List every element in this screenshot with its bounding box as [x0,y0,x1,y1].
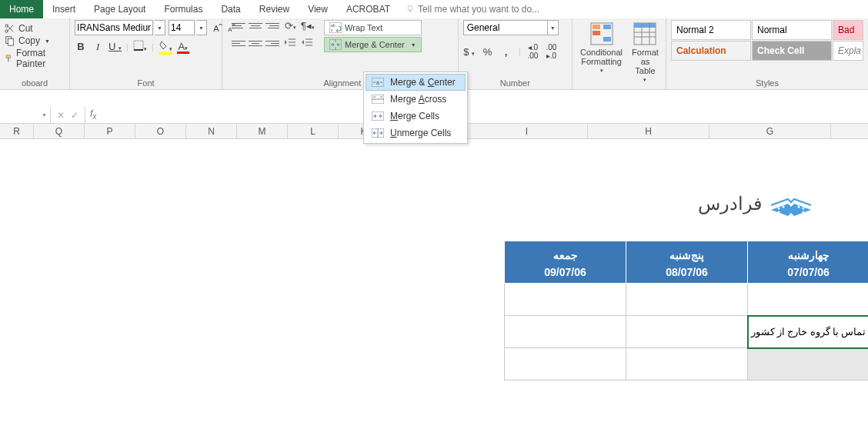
tab-data[interactable]: Data [212,0,249,18]
number-format-dd[interactable]: ▼ [548,20,559,35]
svg-point-0 [408,6,412,11]
svg-rect-26 [603,37,611,42]
style-bad[interactable]: Bad [833,20,863,40]
fill-color-button[interactable]: ▾ [159,40,172,53]
table-cell[interactable] [505,316,626,348]
cut-button[interactable]: Cut [5,23,65,34]
col-header-N[interactable]: N [186,124,237,138]
align-left-button[interactable] [232,38,245,49]
align-bottom-button[interactable] [265,21,279,32]
tab-acrobat[interactable]: ACROBAT [337,0,399,18]
copy-button[interactable]: Copy▼ [5,35,65,46]
merge-center-item[interactable]: a Merge & Center [366,74,466,91]
svg-rect-7 [8,58,8,61]
svg-rect-6 [6,55,11,58]
svg-rect-24 [593,31,600,35]
tell-me-search[interactable]: Tell me what you want to do... [406,4,539,15]
indent-dec-button[interactable] [284,38,296,49]
percent-button[interactable]: % [482,46,494,58]
tab-view[interactable]: View [299,0,337,18]
col-header-I[interactable]: I [466,124,588,138]
align-center-button[interactable] [249,38,262,49]
align-middle-button[interactable] [249,21,262,32]
col-header-M[interactable]: M [237,124,288,138]
font-color-button[interactable]: A▾ [177,41,189,52]
col-header-Q[interactable]: Q [34,124,85,138]
font-name-dd[interactable]: ▼ [155,20,165,35]
painter-label: Format Painter [16,48,65,69]
fx-icon[interactable]: fx [85,108,101,121]
formatting-group-label [577,88,661,89]
styles-gallery[interactable]: Normal 2 Normal Bad Calculation Check Ce… [671,20,863,61]
selected-cell[interactable]: تماس با گروه خارج از کشور [748,316,869,348]
currency-button[interactable]: $ ▾ [463,46,476,58]
italic-button[interactable]: I [92,41,104,53]
comma-button[interactable]: , [500,46,512,58]
bold-button[interactable]: B [75,41,87,52]
logo-text: فرادرس [698,193,762,214]
brush-icon [5,53,13,64]
table-cell[interactable] [626,284,748,316]
logo: فرادرس [698,188,814,219]
tab-formulas[interactable]: Formulas [155,0,212,18]
col-header-H[interactable]: H [588,124,709,138]
font-size-select[interactable] [169,20,195,35]
unmerge-text: Unmerge Cells [390,128,451,138]
cancel-icon[interactable]: ✕ [57,110,65,121]
font-size-dd[interactable]: ▼ [196,20,207,35]
underline-button[interactable]: U ▾ [108,41,122,52]
header-wed: چهارشنبه07/07/06 [748,241,869,284]
wrap-icon: abc [329,22,342,33]
col-header-R[interactable]: R [0,124,34,138]
table-cell[interactable] [748,348,869,380]
merge-center-button[interactable]: Merge & Center ▼ [324,37,422,52]
inc-decimal-button[interactable]: ◂.0.00 [526,43,539,60]
col-header-L[interactable]: L [288,124,339,138]
align-right-button[interactable] [265,38,279,49]
col-header-G[interactable]: G [709,124,831,138]
format-painter-button[interactable]: Format Painter [5,48,65,69]
table-icon [633,22,657,46]
orientation-button[interactable]: ⟳▾ [284,20,296,32]
col-header-P[interactable]: P [85,124,135,138]
style-normal[interactable]: Normal [752,20,832,40]
rtl-button[interactable]: ¶◂▾ [301,20,315,32]
table-cell[interactable] [748,284,869,316]
format-as-table-button[interactable]: Format as Table▾ [629,20,662,85]
wrap-label: Wrap Text [345,23,382,32]
tab-insert[interactable]: Insert [43,0,85,18]
table-cell[interactable] [626,316,748,348]
indent-inc-button[interactable] [301,38,313,49]
table-cell[interactable] [505,348,626,380]
sheet-area[interactable]: فرادرس جمعه09/07/06 پنج‌شنبه08/07/06 چها… [0,139,868,422]
table-cell[interactable] [505,284,626,316]
number-group-label: Number [463,78,567,89]
dec-decimal-button[interactable]: .00▸.0 [545,43,557,60]
unmerge-cells-item[interactable]: Unmerge Cells [366,125,466,141]
style-explanatory[interactable]: Expla [833,41,863,61]
align-top-button[interactable] [232,21,245,32]
number-format-select[interactable] [463,20,548,35]
svg-text:c: c [331,28,333,32]
tab-page-layout[interactable]: Page Layout [85,0,155,18]
enter-icon[interactable]: ✓ [71,110,78,121]
group-formatting: Conditional Formatting▾ Format as Table▾ [573,18,666,89]
conditional-formatting-button[interactable]: Conditional Formatting▾ [577,20,626,75]
style-calculation[interactable]: Calculation [671,41,751,61]
border-button[interactable]: ▾ [133,40,147,53]
book-icon [768,188,814,219]
name-box[interactable]: ▼ [0,107,51,123]
svg-point-42 [798,206,800,208]
wrap-text-button[interactable]: abc Wrap Text [324,20,422,35]
col-header-O[interactable]: O [135,124,186,138]
style-check-cell[interactable]: Check Cell [752,41,832,61]
tab-home[interactable]: Home [0,0,43,18]
tab-review[interactable]: Review [250,0,299,18]
merge-cells-item[interactable]: Merge Cells [366,108,466,125]
merge-across-item[interactable]: Merge Across [366,91,466,108]
table-cell[interactable] [626,348,748,380]
cond-fmt-label: Conditional Formatting [580,48,623,66]
style-normal2[interactable]: Normal 2 [671,20,751,40]
font-name-select[interactable] [75,20,153,35]
tell-me-text: Tell me what you want to do... [418,4,539,15]
